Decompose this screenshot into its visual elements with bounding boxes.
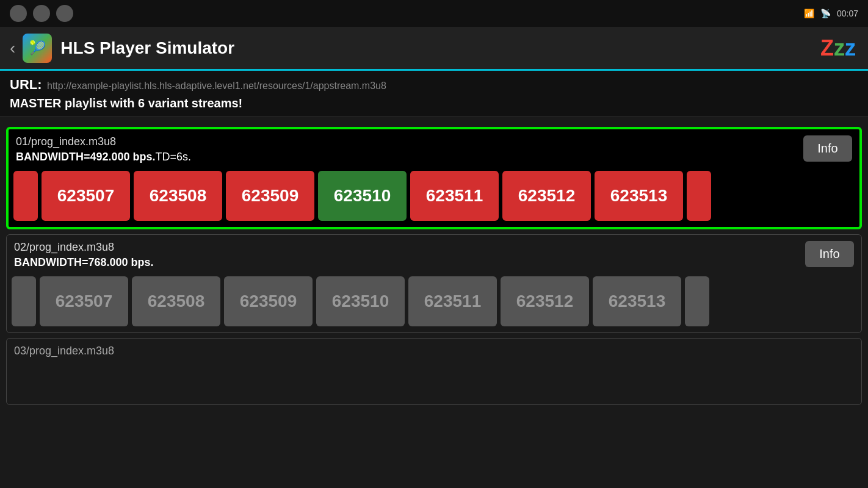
segment-item[interactable]: 623507 <box>42 171 130 221</box>
stream-1-segments: 623507 623508 623509 623510 623511 62351… <box>9 166 859 227</box>
master-label: MASTER playlist with 6 variant streams! <box>10 96 858 110</box>
segment-item[interactable]: 623507 <box>40 276 128 326</box>
app-icon: 🎾 <box>23 34 52 63</box>
stream-2-path: 02/prog_index.m3u8 <box>14 241 805 254</box>
status-time: 00:07 <box>837 9 858 18</box>
back-button[interactable]: ‹ <box>10 38 15 58</box>
stream-1-info: 01/prog_index.m3u8 BANDWIDTH=492.000 bps… <box>16 135 803 163</box>
segment-item[interactable]: 623513 <box>593 276 681 326</box>
segment-item[interactable] <box>13 171 38 221</box>
stream-3-header: 03/prog_index.m3u8 <box>7 339 861 362</box>
stream-1-info-button[interactable]: Info <box>803 135 852 162</box>
segment-item[interactable]: 623511 <box>410 171 499 221</box>
segment-item[interactable]: 623510 <box>318 171 407 221</box>
status-icons-left <box>10 5 73 22</box>
status-icon-1 <box>10 5 27 22</box>
stream-1-bandwidth: BANDWIDTH=492.000 bps.TD=6s. <box>16 151 803 163</box>
stream-2-segments: 623507 623508 623509 623510 623511 62351… <box>7 271 861 332</box>
stream-card-1: 01/prog_index.m3u8 BANDWIDTH=492.000 bps… <box>6 127 862 229</box>
segment-item[interactable] <box>687 171 711 221</box>
sleep-z2: z <box>834 35 845 60</box>
url-label: URL: <box>10 77 42 92</box>
url-line: URL: http://example-playlist.hls.hls-ada… <box>10 77 858 93</box>
segment-item[interactable]: 623508 <box>132 276 220 326</box>
stream-1-path: 01/prog_index.m3u8 <box>16 135 803 148</box>
stream-2-bandwidth: BANDWIDTH=768.000 bps. <box>14 256 805 269</box>
segment-item[interactable]: 623513 <box>595 171 683 221</box>
segment-item[interactable] <box>12 276 36 326</box>
segment-item[interactable] <box>685 276 709 326</box>
segment-item[interactable]: 623512 <box>502 171 591 221</box>
segment-item[interactable]: 623510 <box>316 276 405 326</box>
stream-2-info: 02/prog_index.m3u8 BANDWIDTH=768.000 bps… <box>14 241 805 269</box>
segment-item[interactable]: 623509 <box>226 171 314 221</box>
stream-1-header: 01/prog_index.m3u8 BANDWIDTH=492.000 bps… <box>9 129 859 166</box>
status-bar: 📶 📡 00:07 <box>0 0 868 27</box>
segment-item[interactable]: 623508 <box>134 171 222 221</box>
url-value: http://example-playlist.hls.hls-adaptive… <box>47 81 386 91</box>
status-icon-3 <box>56 5 73 22</box>
sleep-z3: z <box>845 35 856 60</box>
top-bar: ‹ 🎾 HLS Player Simulator Zzz <box>0 27 868 71</box>
streams-container: 01/prog_index.m3u8 BANDWIDTH=492.000 bps… <box>0 117 868 410</box>
status-icon-2 <box>33 5 50 22</box>
stream-card-3: 03/prog_index.m3u8 <box>6 338 862 405</box>
wifi-icon: 📶 <box>804 9 814 18</box>
stream-card-2: 02/prog_index.m3u8 BANDWIDTH=768.000 bps… <box>6 234 862 333</box>
segment-item[interactable]: 623509 <box>224 276 313 326</box>
stream-2-info-button[interactable]: Info <box>805 241 854 267</box>
signal-icon: 📡 <box>820 9 831 18</box>
status-icons-right: 📶 📡 00:07 <box>804 9 858 18</box>
segment-item[interactable]: 623511 <box>408 276 497 326</box>
sleep-icon: Zzz <box>820 35 856 61</box>
url-section: URL: http://example-playlist.hls.hls-ada… <box>0 71 868 117</box>
stream-3-path: 03/prog_index.m3u8 <box>14 345 854 357</box>
app-title: HLS Player Simulator <box>60 38 234 58</box>
segment-item[interactable]: 623512 <box>501 276 589 326</box>
stream-3-info: 03/prog_index.m3u8 <box>14 345 854 360</box>
stream-2-header: 02/prog_index.m3u8 BANDWIDTH=768.000 bps… <box>7 235 861 271</box>
sleep-z1: Z <box>820 35 834 60</box>
